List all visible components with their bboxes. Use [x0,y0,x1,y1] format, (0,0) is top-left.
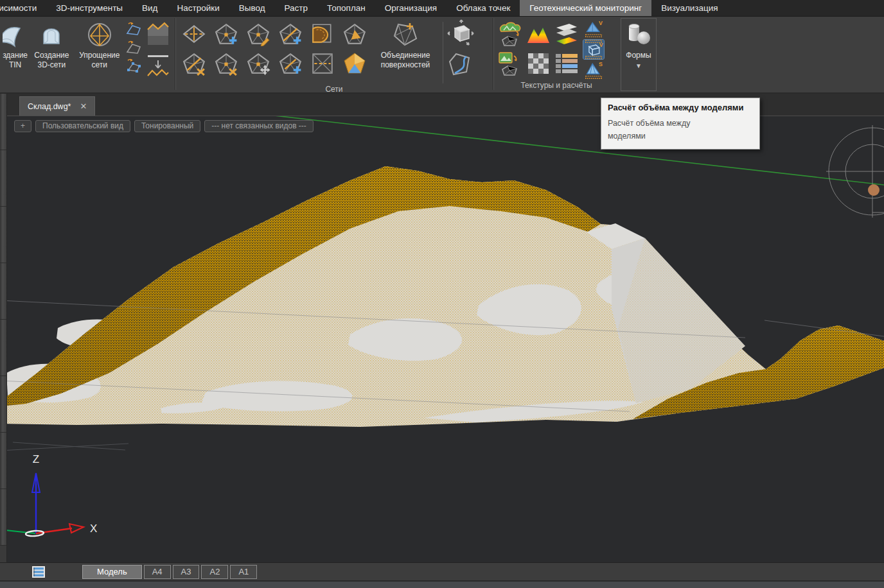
axis-z-label: Z [33,453,39,465]
tab-organization[interactable]: Организация [375,0,446,16]
tab-geotechnical-monitoring[interactable]: Геотехнический мониторинг [520,0,651,16]
sheet-tab-bar: Модель A4 A3 A2 A1 [0,562,884,580]
sheet-list-icon[interactable] [31,566,46,578]
mesh-tools-grid [178,18,371,78]
ribbon-empty-space [658,17,884,92]
volumes-table-icon[interactable] [554,51,579,76]
mesh-edit-small-buttons [123,19,144,76]
document-tab[interactable]: Склад.dwg* ✕ [19,96,95,116]
green-line [269,116,884,185]
surface-polyline-icon[interactable] [447,50,474,78]
inner-separator [443,22,443,83]
document-title: Склад.dwg* [28,102,71,111]
tab-a4[interactable]: A4 [144,565,171,579]
volume-between-models-icon[interactable]: V [583,40,604,59]
tab-view[interactable]: Вид [132,0,167,16]
ribbon-tab-bar: висимости 3D-инструменты Вид Настройки В… [0,0,884,17]
viewport-visual-style-control[interactable]: Тонированный [134,120,200,132]
svg-text:V: V [599,20,603,26]
simplify-mesh-button[interactable]: Упрощениесети [76,19,123,70]
left-panel-strip[interactable] [0,94,7,562]
move-surface-3d-icon[interactable] [447,19,474,48]
axis-z-arrowhead [32,473,40,492]
mesh-transform-buttons [446,18,475,80]
volume-calc-buttons: V V S [583,18,604,80]
tab-3d-tools[interactable]: 3D-инструменты [46,0,132,16]
forms-icon [625,21,652,47]
delete-mesh-point-icon[interactable] [214,51,238,76]
profile-buttons [144,19,172,81]
status-strip [0,580,884,588]
compare-surfaces-icon[interactable] [554,21,579,47]
drawing-viewport[interactable]: Z X + Пользовательский вид Тонированный … [0,116,884,562]
project-to-surface-icon[interactable] [145,51,171,80]
merge-surfaces-label: Объединениеповерхностей [381,51,430,70]
image-to-mesh-icon[interactable] [497,51,523,76]
volume-above-plane-icon[interactable]: V [583,19,604,39]
create-3d-mesh-label: Создание3D-сети [34,51,69,70]
delete-breakline-icon[interactable] [182,51,206,76]
tab-a3[interactable]: A3 [173,565,200,579]
texture-tools-grid [496,18,581,78]
rebuild-mesh-icon[interactable] [125,39,143,56]
tab-model[interactable]: Модель [82,565,142,579]
mesh-face-icon[interactable] [342,22,367,46]
panel-textures-calcs: V V S [493,17,619,92]
tab-raster[interactable]: Растр [275,0,318,16]
tab-topoplan[interactable]: Топоплан [317,0,375,16]
tab-a1[interactable]: A1 [230,565,257,579]
add-mesh-point-icon[interactable] [214,22,238,46]
viewport-add-button[interactable]: + [14,120,31,132]
tab-a2[interactable]: A2 [201,565,228,579]
forms-dropdown-arrow[interactable]: ▼ [635,62,642,69]
tab-visualization[interactable]: Визуализация [651,0,727,16]
create-tin-icon [3,22,22,49]
flip-edge-icon[interactable] [125,21,143,37]
surface-area-icon[interactable]: S [583,60,604,80]
panel-create: зданиеTIN Создание3D-сети [0,17,175,92]
simplify-mesh-icon [85,22,114,49]
panel-forms[interactable]: Формы ▼ [621,18,657,91]
create-3d-mesh-button[interactable]: Создание3D-сети [28,19,75,70]
tab-point-clouds[interactable]: Облака точек [446,0,520,16]
move-mesh-point-icon[interactable] [246,51,270,76]
add-mesh-line-icon[interactable] [278,51,303,76]
close-tab-icon[interactable]: ✕ [80,101,87,111]
tab-settings[interactable]: Настройки [168,0,229,16]
mesh-boundary-zone-icon[interactable] [310,22,335,46]
ribbon: зданиеTIN Создание3D-сети [0,17,884,94]
compass-point [868,184,880,196]
viewport-linked-views-control[interactable]: --- нет связанных видов --- [204,120,314,132]
add-breakline-icon[interactable] [278,22,303,46]
tab-dependencies[interactable]: висимости [0,0,46,16]
tooltip-title: Расчёт объёма между моделями [608,103,753,112]
tab-output[interactable]: Вывод [229,0,275,16]
application-window: висимости 3D-инструменты Вид Настройки В… [0,0,884,588]
create-tin-button[interactable]: зданиеTIN [3,19,28,70]
surface-profile-icon[interactable] [145,21,171,49]
forms-label: Формы [626,51,651,60]
ucs-axis-widget: Z X [0,453,97,537]
simplify-mesh-label: Упрощениесети [79,51,119,70]
mesh-section-icon[interactable] [182,22,206,46]
tooltip: Расчёт объёма между моделями Расчёт объё… [601,98,760,150]
create-3d-mesh-icon [37,22,66,49]
mesh-solid-icon[interactable] [342,51,367,76]
edit-mesh-icon[interactable] [246,22,270,46]
compass-widget[interactable] [826,125,884,218]
edit-vertices-icon[interactable] [125,58,143,74]
panel-meshes: Объединениеповерхностей [175,17,493,92]
viewport-view-control[interactable]: Пользовательский вид [35,120,130,132]
construction-lines [0,442,128,451]
mesh-clip-icon[interactable] [310,51,335,76]
elevation-colors-icon[interactable] [526,21,551,47]
panel-create-label [0,81,175,92]
merge-surfaces-button[interactable]: Объединениеповерхностей [371,18,440,70]
texture-checker-icon[interactable] [526,51,551,76]
terrain-model [0,166,884,427]
drawing-canvas[interactable]: Z X [0,116,884,563]
cloud-to-mesh-icon[interactable] [497,21,523,47]
svg-text:S: S [599,61,603,67]
create-tin-label: зданиеTIN [3,51,28,70]
merge-surfaces-icon [391,21,420,49]
